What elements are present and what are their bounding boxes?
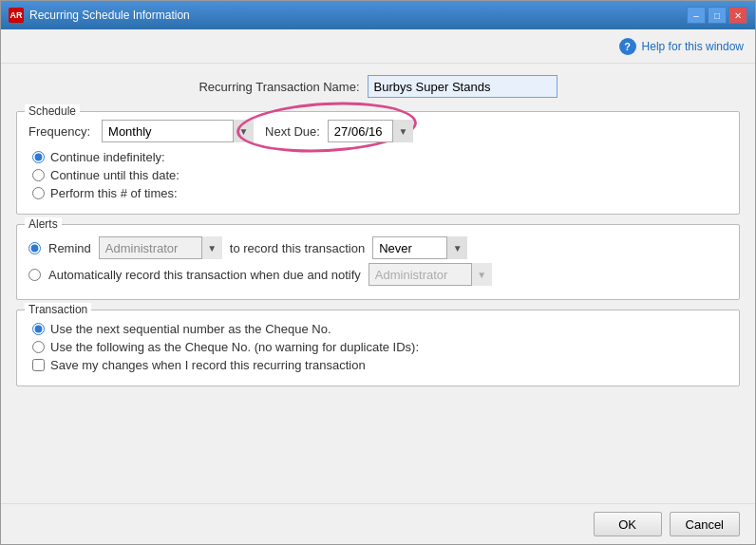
- radio-sequential-label: Use the next sequential number as the Ch…: [50, 322, 331, 336]
- alerts-group-label: Alerts: [25, 217, 62, 231]
- help-icon: ?: [619, 38, 636, 55]
- help-bar: ? Help for this window: [1, 29, 755, 64]
- help-label: Help for this window: [642, 40, 744, 53]
- radio-num-times-row: Perform this # of times:: [28, 186, 728, 200]
- help-button[interactable]: ? Help for this window: [619, 38, 744, 55]
- minimize-button[interactable]: –: [687, 7, 706, 24]
- close-button[interactable]: ✕: [728, 7, 747, 24]
- window-title: Recurring Schedule Information: [29, 9, 687, 22]
- main-window: AR Recurring Schedule Information – □ ✕ …: [0, 0, 756, 545]
- alerts-auto-row: Automatically record this transaction wh…: [28, 263, 728, 286]
- ok-button[interactable]: OK: [594, 512, 662, 536]
- radio-until-date-row: Continue until this date:: [28, 168, 728, 182]
- remind-label: Remind: [48, 241, 91, 255]
- next-due-input[interactable]: [328, 120, 413, 142]
- alerts-group: Alerts Remind ▼ to record this transacti…: [16, 224, 740, 300]
- schedule-group: Schedule Frequency: Monthly Weekly Fortn…: [16, 111, 740, 215]
- admin-input-icon[interactable]: ▼: [201, 236, 222, 259]
- schedule-group-label: Schedule: [25, 104, 80, 118]
- title-bar: AR Recurring Schedule Information – □ ✕: [1, 1, 755, 29]
- transaction-radio1-row: Use the next sequential number as the Ch…: [28, 322, 728, 336]
- radio-until-date-label: Continue until this date:: [50, 168, 180, 182]
- window-controls: – □ ✕: [687, 7, 747, 24]
- footer: OK Cancel: [1, 503, 755, 544]
- save-changes-label: Save my changes when I record this recur…: [50, 358, 366, 372]
- main-content: Recurring Transaction Name: Schedule Fre…: [1, 64, 755, 503]
- frequency-label: Frequency:: [28, 124, 90, 139]
- radio-following[interactable]: [32, 341, 45, 353]
- cancel-button[interactable]: Cancel: [670, 512, 740, 536]
- to-record-label: to record this transaction: [230, 241, 365, 255]
- admin2-input-icon: ▼: [471, 263, 492, 286]
- next-due-select-wrapper: ▼: [328, 120, 413, 142]
- radio-remind[interactable]: [28, 242, 41, 254]
- next-due-label: Next Due:: [265, 124, 320, 139]
- radio-auto-record[interactable]: [28, 269, 41, 281]
- next-due-wrapper: Next Due: ▼: [265, 120, 413, 142]
- transaction-group-label: Transaction: [25, 303, 91, 316]
- schedule-frequency-row: Frequency: Monthly Weekly Fortnightly Qu…: [28, 120, 728, 142]
- never-select-wrapper: Never Always When due Before due ▼: [372, 236, 467, 259]
- radio-until-date[interactable]: [32, 169, 45, 181]
- radio-continue-indefinitely[interactable]: [32, 151, 45, 163]
- transaction-name-label: Recurring Transaction Name:: [198, 80, 359, 94]
- maximize-button[interactable]: □: [708, 7, 727, 24]
- auto-record-label: Automatically record this transaction wh…: [48, 268, 361, 282]
- radio-continue-indefinitely-label: Continue indefinitely:: [50, 150, 165, 164]
- radio-following-label: Use the following as the Cheque No. (no …: [50, 340, 419, 354]
- admin2-input-wrapper: ▼: [369, 263, 492, 286]
- radio-continue-indefinitely-row: Continue indefinitely:: [28, 150, 728, 164]
- app-icon: AR: [9, 8, 24, 23]
- save-changes-checkbox[interactable]: [32, 359, 45, 371]
- never-select[interactable]: Never Always When due Before due: [372, 236, 467, 259]
- radio-num-times[interactable]: [32, 187, 45, 199]
- frequency-select[interactable]: Monthly Weekly Fortnightly Quarterly Yea…: [102, 120, 254, 142]
- save-changes-row: Save my changes when I record this recur…: [28, 358, 728, 372]
- transaction-radio2-row: Use the following as the Cheque No. (no …: [28, 340, 728, 354]
- radio-num-times-label: Perform this # of times:: [50, 186, 178, 200]
- radio-sequential[interactable]: [32, 323, 45, 335]
- alerts-remind-row: Remind ▼ to record this transaction Neve…: [28, 236, 728, 259]
- admin-input-wrapper: ▼: [99, 236, 222, 259]
- transaction-group: Transaction Use the next sequential numb…: [16, 310, 740, 386]
- transaction-name-row: Recurring Transaction Name:: [16, 75, 740, 98]
- frequency-select-wrapper: Monthly Weekly Fortnightly Quarterly Yea…: [102, 120, 254, 142]
- transaction-name-input[interactable]: [368, 75, 558, 98]
